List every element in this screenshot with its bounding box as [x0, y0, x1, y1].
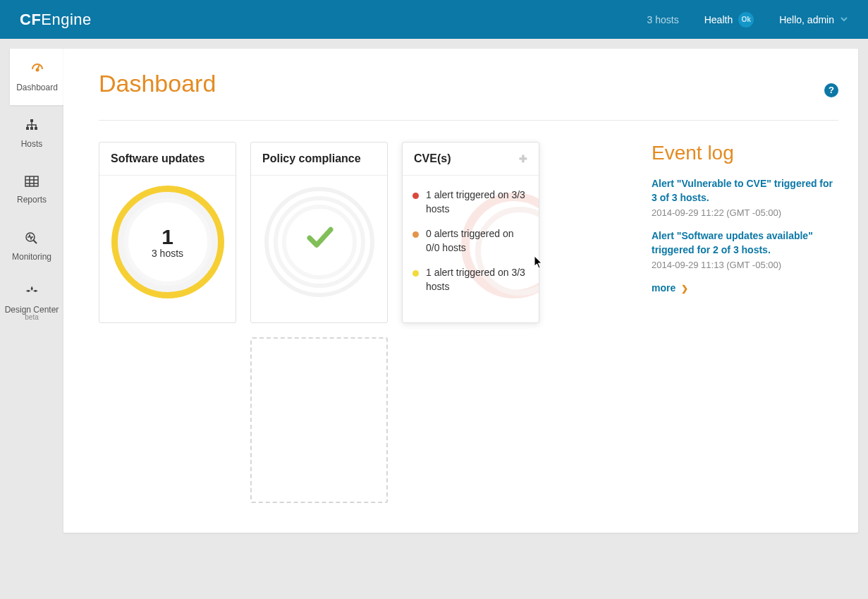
health-label: Health	[704, 14, 733, 25]
cve-alert-text: 1 alert triggered on 3/3 hosts	[426, 266, 529, 294]
svg-rect-5	[35, 127, 37, 130]
sidebar-item-reports[interactable]: Reports	[0, 162, 63, 218]
event-link[interactable]: Alert "Software updates available" trigg…	[652, 229, 838, 257]
svg-rect-1	[37, 65, 39, 68]
page-title: Dashboard	[99, 70, 216, 97]
sidebar-item-monitoring[interactable]: Monitoring	[0, 218, 63, 274]
add-widget-placeholder[interactable]	[250, 337, 388, 503]
monitoring-icon	[25, 231, 39, 248]
card-policy-compliance[interactable]: Policy compliance	[250, 142, 388, 323]
dial-policy-compliance	[263, 186, 376, 298]
card-header: Software updates	[99, 143, 236, 176]
card-software-updates[interactable]: Software updates 1 3 hosts	[99, 142, 236, 323]
status-dot-orange-icon	[412, 231, 419, 238]
event-link[interactable]: Alert "Vulnerable to CVE" triggered for …	[652, 177, 838, 205]
check-icon	[304, 221, 335, 259]
event-item: Alert "Vulnerable to CVE" triggered for …	[652, 177, 838, 218]
logo: CFEngine	[20, 11, 92, 29]
sidebar-item-label: Dashboard	[16, 83, 58, 92]
card-body	[251, 176, 387, 315]
user-menu[interactable]: Hello, admin	[779, 14, 848, 25]
hosts-icon	[25, 119, 39, 135]
dashboard-icon	[30, 62, 44, 78]
dial-subtext: 3 hosts	[152, 248, 183, 259]
sidebar-item-dashboard[interactable]: Dashboard	[10, 49, 64, 105]
card-body: 1 3 hosts	[99, 176, 236, 315]
chevron-right-icon: ❯	[681, 284, 688, 294]
help-icon[interactable]: ?	[824, 83, 838, 97]
sidebar-item-label: Hosts	[21, 139, 43, 149]
card-title: Policy compliance	[262, 152, 361, 165]
card-body: 1 alert triggered on 3/3 hosts 0 alerts …	[403, 176, 539, 322]
sidebar-item-design-center[interactable]: Design Center beta	[0, 274, 63, 331]
health-indicator[interactable]: Health Ok	[704, 12, 754, 28]
logo-light: Engine	[41, 11, 92, 28]
status-dot-yellow-icon	[412, 270, 419, 277]
svg-rect-2	[30, 119, 33, 122]
card-header: CVE(s) ✚	[403, 143, 539, 176]
main-panel: Dashboard ? Software updates 1 3 hosts	[63, 49, 858, 533]
sidebar-item-label: Reports	[17, 195, 47, 205]
event-item: Alert "Software updates available" trigg…	[652, 229, 838, 270]
cve-alert-row: 1 alert triggered on 3/3 hosts	[412, 188, 529, 216]
svg-point-0	[35, 68, 39, 71]
health-status-badge: Ok	[738, 12, 754, 28]
sidebar-item-label: Monitoring	[12, 252, 51, 262]
event-log-title: Event log	[652, 142, 838, 164]
sidebar: Dashboard Hosts Reports Monitoring Desig…	[0, 39, 63, 533]
event-timestamp: 2014-09-29 11:13 (GMT -05:00)	[652, 260, 838, 270]
sidebar-item-sublabel: beta	[25, 313, 38, 321]
card-cve[interactable]: CVE(s) ✚ 1 alert triggered on 3/3 hosts …	[402, 142, 539, 323]
dial-software-updates: 1 3 hosts	[111, 186, 224, 298]
event-log-panel: Event log Alert "Vulnerable to CVE" trig…	[652, 142, 838, 294]
cve-alert-row: 0 alerts triggered on 0/0 hosts	[412, 227, 529, 255]
chevron-down-icon	[840, 14, 848, 25]
more-label: more	[652, 282, 676, 294]
svg-rect-6	[25, 176, 38, 186]
event-timestamp: 2014-09-29 11:22 (GMT -05:00)	[652, 207, 838, 218]
top-bar: CFEngine 3 hosts Health Ok Hello, admin	[0, 0, 868, 39]
cve-alert-text: 0 alerts triggered on 0/0 hosts	[426, 227, 529, 255]
cards-grid: Software updates 1 3 hosts Policy compli…	[99, 142, 635, 503]
design-center-icon	[25, 284, 39, 301]
cve-alert-text: 1 alert triggered on 3/3 hosts	[426, 188, 529, 216]
dial-value: 1	[161, 225, 173, 249]
plus-icon[interactable]: ✚	[519, 153, 527, 164]
svg-line-12	[34, 240, 37, 243]
svg-rect-4	[30, 127, 33, 130]
logo-bold: CF	[20, 11, 41, 28]
cve-alert-row: 1 alert triggered on 3/3 hosts	[412, 266, 529, 294]
card-title: CVE(s)	[414, 152, 451, 165]
top-right: 3 hosts Health Ok Hello, admin	[647, 12, 848, 28]
svg-rect-3	[26, 127, 29, 130]
more-link[interactable]: more ❯	[652, 282, 688, 294]
status-dot-red-icon	[412, 193, 419, 199]
title-row: Dashboard ?	[99, 70, 838, 121]
reports-icon	[25, 176, 39, 190]
sidebar-item-hosts[interactable]: Hosts	[0, 105, 63, 162]
card-header: Policy compliance	[251, 143, 387, 176]
hosts-count-link[interactable]: 3 hosts	[647, 14, 679, 25]
card-title: Software updates	[111, 152, 204, 165]
user-greeting: Hello, admin	[779, 14, 834, 25]
